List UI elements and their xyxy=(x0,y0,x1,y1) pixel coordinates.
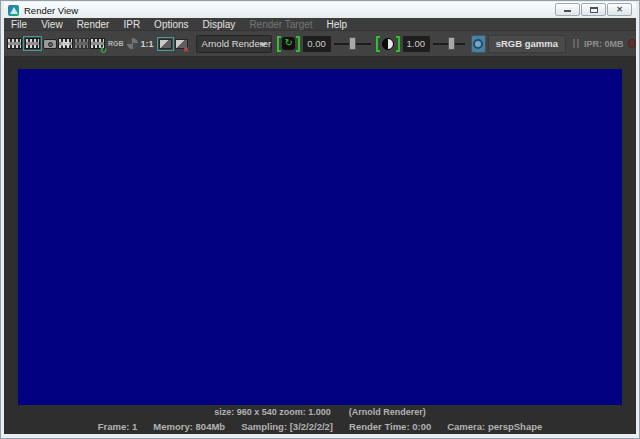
snapshot-icon[interactable] xyxy=(43,34,57,54)
close-button[interactable]: ✕ xyxy=(607,3,632,16)
pause-ipr-icon[interactable] xyxy=(573,39,579,48)
gamma-control-icon[interactable] xyxy=(376,36,400,52)
frame-label: Frame: 1 xyxy=(98,421,138,432)
redo-previous-render-icon[interactable]: ↻ xyxy=(90,34,105,54)
render-region-icon[interactable] xyxy=(23,34,42,54)
sampling-label: Sampling: [3/2/2/2/2] xyxy=(241,421,333,432)
info-bar: Frame: 1 Memory: 804Mb Sampling: [3/2/2/… xyxy=(4,418,636,434)
menu-render-target: Render Target xyxy=(242,18,319,31)
toolbar: IPR ↻ RGB 1:1 ✕ Arnold Renderer 0.00 xyxy=(4,31,636,57)
refresh-ipr-region-icon[interactable] xyxy=(74,34,89,54)
menu-ipr[interactable]: IPR xyxy=(116,18,147,31)
memory-label: Memory: 804Mb xyxy=(153,421,225,432)
view-transform-button[interactable]: sRGB gamma xyxy=(488,35,566,53)
keep-image-icon[interactable] xyxy=(157,34,174,54)
minimize-button[interactable] xyxy=(555,3,580,16)
renderer-dropdown[interactable]: Arnold Renderer xyxy=(196,35,273,53)
chevron-down-icon xyxy=(259,43,267,47)
menu-help[interactable]: Help xyxy=(320,18,355,31)
window-title: Render View xyxy=(24,5,78,16)
menu-options[interactable]: Options xyxy=(147,18,195,31)
menu-display[interactable]: Display xyxy=(196,18,243,31)
size-zoom-label: size: 960 x 540 zoom: 1.000 xyxy=(214,407,331,417)
ipr-memory-label: IPR: 0MB xyxy=(584,39,624,49)
maximize-button[interactable] xyxy=(581,3,606,16)
render-viewport[interactable] xyxy=(4,57,636,406)
alpha-channel-icon[interactable] xyxy=(127,34,138,54)
gamma-slider-handle[interactable] xyxy=(448,37,455,50)
render-view-window: Render View ✕ File View Render IPR Optio… xyxy=(0,0,640,439)
color-management-button[interactable] xyxy=(471,35,486,53)
stop-ipr-icon[interactable] xyxy=(628,39,636,48)
menu-view[interactable]: View xyxy=(34,18,70,31)
ipr-render-icon[interactable]: IPR xyxy=(58,34,73,54)
gamma-value-field[interactable]: 1.00 xyxy=(403,36,431,52)
real-size-icon[interactable]: 1:1 xyxy=(139,34,156,54)
menu-render[interactable]: Render xyxy=(70,18,117,31)
render-icon[interactable] xyxy=(7,34,22,54)
maximize-icon xyxy=(590,7,598,13)
exposure-shutter-icon xyxy=(282,37,295,50)
exposure-slider-handle[interactable] xyxy=(349,37,356,50)
remove-badge-icon: ✕ xyxy=(183,46,189,54)
gamma-slider[interactable] xyxy=(433,36,465,52)
close-icon: ✕ xyxy=(608,5,631,14)
maya-app-icon xyxy=(8,5,19,16)
color-management-icon xyxy=(473,39,483,49)
render-image[interactable] xyxy=(18,69,622,405)
minimize-icon xyxy=(564,10,571,12)
renderer-note-label: (Arnold Renderer) xyxy=(349,407,426,417)
title-bar: Render View ✕ xyxy=(4,2,636,18)
camera-label: Camera: perspShape xyxy=(447,421,542,432)
render-time-label: Render Time: 0:00 xyxy=(349,421,431,432)
window-controls: ✕ xyxy=(554,3,632,16)
gamma-contrast-icon xyxy=(382,38,394,50)
exposure-value-field[interactable]: 0.00 xyxy=(303,36,331,52)
render-view-app: File View Render IPR Options Display Ren… xyxy=(4,18,636,434)
status-bar: size: 960 x 540 zoom: 1.000 (Arnold Rend… xyxy=(4,406,636,418)
remove-image-icon[interactable]: ✕ xyxy=(175,34,188,54)
exposure-slider[interactable] xyxy=(334,36,370,52)
menu-bar: File View Render IPR Options Display Ren… xyxy=(4,18,636,31)
menu-file[interactable]: File xyxy=(4,18,34,31)
exposure-control-icon[interactable] xyxy=(277,36,300,52)
rgb-channels-icon[interactable]: RGB xyxy=(106,34,126,54)
